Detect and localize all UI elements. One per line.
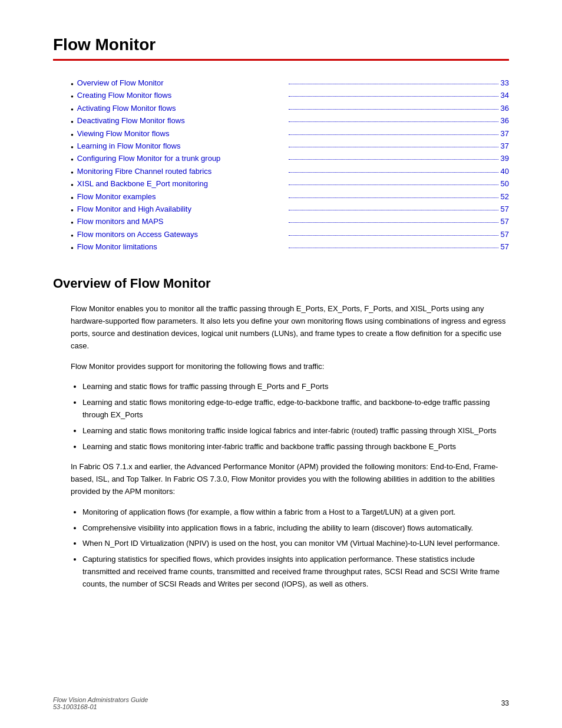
toc-link[interactable]: XISL and Backbone E_Port monitoring (77, 179, 286, 188)
toc-item: ●Overview of Flow Monitor33 (71, 78, 509, 88)
toc-page: 33 (501, 78, 509, 87)
page-footer: Flow Vision Administrators Guide 53-1003… (53, 696, 509, 710)
toc-item: ●Flow monitors and MAPS57 (71, 217, 509, 227)
toc-item: ●Deactivating Flow Monitor flows36 (71, 116, 509, 126)
content-section: Flow Monitor enables you to monitor all … (53, 303, 509, 590)
support-paragraph: Flow Monitor provides support for monito… (71, 361, 509, 373)
toc-item: ●Learning in Flow Monitor flows37 (71, 141, 509, 151)
toc-dots (289, 134, 498, 135)
toc-dots (289, 185, 498, 185)
toc-bullet: ● (71, 80, 74, 88)
toc-link[interactable]: Flow monitors and MAPS (77, 217, 286, 226)
toc-bullet: ● (71, 219, 74, 227)
toc-page: 37 (501, 141, 509, 150)
toc-item: ●Flow monitors on Access Gateways57 (71, 230, 509, 240)
toc-page: 36 (501, 116, 509, 125)
red-divider (53, 59, 509, 61)
toc-bullet: ● (71, 156, 74, 164)
toc-page: 57 (501, 230, 509, 239)
toc-bullet: ● (71, 143, 74, 151)
toc-bullet: ● (71, 118, 74, 126)
page-title: Flow Monitor (53, 35, 509, 54)
toc-link[interactable]: Flow monitors on Access Gateways (77, 230, 286, 239)
toc-dots (289, 222, 498, 223)
toc-dots (289, 159, 498, 160)
toc-item: ●Monitoring Fibre Channel routed fabrics… (71, 167, 509, 177)
toc-link[interactable]: Overview of Flow Monitor (77, 78, 286, 87)
toc-page: 34 (501, 91, 509, 100)
toc-page: 52 (501, 192, 509, 201)
apm-paragraph: In Fabric OS 7.1.x and earlier, the Adva… (71, 461, 509, 498)
toc-section: ●Overview of Flow Monitor33●Creating Flo… (53, 78, 509, 252)
toc-dots (289, 96, 498, 97)
bullet-item: When N_Port ID Virtualization (NPIV) is … (82, 538, 509, 550)
toc-page: 39 (501, 154, 509, 163)
page-container: Flow Monitor ●Overview of Flow Monitor33… (0, 0, 562, 728)
toc-item: ●Creating Flow Monitor flows34 (71, 91, 509, 101)
toc-dots (289, 210, 498, 210)
toc-page: 37 (501, 129, 509, 138)
apm-bullet-list: Monitoring of application flows (for exa… (82, 506, 509, 591)
toc-link[interactable]: Viewing Flow Monitor flows (77, 129, 286, 138)
toc-dots (289, 172, 498, 173)
footer-page-number: 33 (501, 699, 509, 707)
toc-item: ●Flow Monitor limitations57 (71, 242, 509, 252)
toc-link[interactable]: Activating Flow Monitor flows (77, 104, 286, 113)
toc-link[interactable]: Creating Flow Monitor flows (77, 91, 286, 100)
bullet-item: Learning and static flows monitoring edg… (82, 397, 509, 421)
toc-page: 36 (501, 104, 509, 113)
toc-page: 57 (501, 205, 509, 213)
toc-page: 57 (501, 242, 509, 251)
toc-page: 50 (501, 179, 509, 188)
toc-item: ●XISL and Backbone E_Port monitoring50 (71, 179, 509, 189)
toc-item: ●Activating Flow Monitor flows36 (71, 104, 509, 114)
toc-bullet: ● (71, 131, 74, 139)
toc-link[interactable]: Monitoring Fibre Channel routed fabrics (77, 167, 286, 176)
toc-item: ●Flow Monitor and High Availability57 (71, 205, 509, 215)
toc-link[interactable]: Deactivating Flow Monitor flows (77, 116, 286, 125)
toc-dots (289, 197, 498, 198)
toc-dots (289, 121, 498, 122)
toc-link[interactable]: Flow Monitor limitations (77, 242, 286, 251)
toc-bullet: ● (71, 232, 74, 240)
toc-page: 40 (501, 167, 509, 176)
footer-doc-title: Flow Vision Administrators Guide (53, 696, 148, 703)
toc-dots (289, 109, 498, 110)
bullet-item: Learning and static flows for traffic pa… (82, 381, 509, 393)
toc-bullet: ● (71, 181, 74, 189)
toc-item: ●Viewing Flow Monitor flows37 (71, 129, 509, 139)
toc-bullet: ● (71, 206, 74, 215)
intro-paragraph: Flow Monitor enables you to monitor all … (71, 303, 509, 352)
footer-left: Flow Vision Administrators Guide 53-1003… (53, 696, 148, 710)
toc-dots (289, 235, 498, 236)
toc-link[interactable]: Configuring Flow Monitor for a trunk gro… (77, 154, 286, 163)
bullet-item: Capturing statistics for specified flows… (82, 554, 509, 590)
support-bullet-list: Learning and static flows for traffic pa… (82, 381, 509, 453)
toc-link[interactable]: Learning in Flow Monitor flows (77, 141, 286, 150)
toc-item: ●Configuring Flow Monitor for a trunk gr… (71, 154, 509, 164)
bullet-item: Learning and static flows monitoring int… (82, 441, 509, 453)
bullet-item: Monitoring of application flows (for exa… (82, 506, 509, 519)
bullet-item: Comprehensive visibility into applicatio… (82, 522, 509, 535)
toc-bullet: ● (71, 244, 74, 252)
bullet-item: Learning and static flows monitoring tra… (82, 425, 509, 437)
toc-bullet: ● (71, 169, 74, 177)
toc-item: ●Flow Monitor examples52 (71, 192, 509, 202)
toc-bullet: ● (71, 93, 74, 101)
toc-dots (289, 147, 498, 147)
toc-link[interactable]: Flow Monitor examples (77, 192, 286, 201)
toc-dots (289, 248, 498, 248)
overview-section-title: Overview of Flow Monitor (53, 276, 509, 291)
toc-page: 57 (501, 217, 509, 226)
toc-link[interactable]: Flow Monitor and High Availability (77, 205, 286, 213)
toc-dots (289, 84, 498, 84)
toc-bullet: ● (71, 194, 74, 202)
footer-doc-number: 53-1003168-01 (53, 703, 148, 710)
toc-bullet: ● (71, 106, 74, 114)
